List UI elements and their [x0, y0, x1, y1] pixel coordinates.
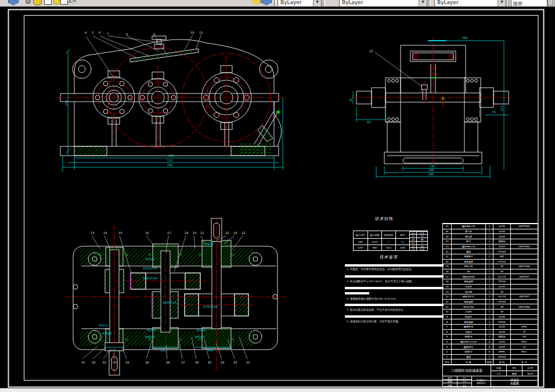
bom-qty: 2 — [485, 254, 493, 259]
bom-no: 17 — [443, 274, 451, 279]
color-combo-value: ByLayer — [342, 0, 363, 5]
chevron-down-icon[interactable]: ▼ — [419, 0, 427, 6]
bom-note — [510, 285, 538, 289]
bom-no: 26 — [443, 229, 451, 234]
bom-name: 键14×56 — [451, 304, 485, 309]
bom-material: 45 — [493, 304, 510, 309]
bom-material: Q235 — [493, 229, 510, 234]
bom-note: M12 — [510, 350, 538, 354]
bom-name: 轴承端盖 — [451, 279, 485, 284]
table-row: 1 箱座 1 HT200 — [443, 354, 538, 359]
table-row: 9 定距环 1 Q235 — [443, 314, 538, 319]
bom-note — [510, 249, 538, 254]
bom-qty: 1 — [485, 325, 493, 329]
tc-unit: kW — [354, 238, 367, 244]
color-combo[interactable]: ByLayer ▼ — [339, 0, 427, 7]
bom-note: GB/T297 — [510, 294, 538, 299]
linetype-combo[interactable]: ByLayer ▼ — [434, 0, 506, 7]
bom-no: 9 — [443, 315, 451, 319]
bom-qty: 1 — [485, 300, 493, 304]
chevron-down-icon[interactable]: ▼ — [313, 0, 321, 6]
bom-qty: 1 — [485, 260, 493, 264]
lineweight-field[interactable]: 随层 — [511, 0, 547, 7]
bom-note — [510, 300, 538, 304]
tb-cell: 审核 — [442, 383, 457, 387]
tc-r: 114 — [416, 247, 427, 250]
bom-no: 27 — [443, 224, 451, 229]
bom-name: 箱盖 — [451, 249, 485, 254]
tc-value: 16.4 — [381, 244, 395, 250]
bom-material: GCr15 — [493, 274, 510, 279]
bom-name: 轴承端盖 — [451, 260, 485, 264]
bom-no: 18 — [443, 269, 451, 274]
bom-material: 橡胶纸 — [493, 239, 510, 244]
bom-note — [510, 229, 538, 234]
lamp-icon[interactable] — [53, 0, 60, 5]
tech-characteristics-table: 输入功率 输入转速 总传动比 效率 kW r/min i η 4.57 960 … — [353, 231, 428, 251]
table-row: 10 大齿轮 1 45 — [443, 309, 538, 314]
layer-combo-value: ByLayer — [280, 0, 302, 5]
bom-note: HG — [510, 335, 538, 339]
bom-material: HT200 — [493, 260, 510, 264]
bom-no: 4 — [443, 340, 451, 344]
bom-name: 垫圈16 — [451, 335, 485, 339]
color-dot-icon[interactable] — [26, 0, 31, 4]
cad-app-window: 文A ByLayer ▼ ByLayer ▼ ByLayer ▼ 随层 — [0, 0, 555, 392]
bom-material: HT200 — [493, 300, 510, 304]
bom-name: 轴承端盖 — [451, 300, 485, 304]
bom-name: 齿轮轴 — [451, 289, 485, 294]
bom-name: 轴承端盖 — [451, 319, 485, 324]
bom-name: 大齿轮 — [451, 310, 485, 314]
bom-no: 12 — [443, 300, 451, 304]
bom-qty: 6 — [485, 350, 493, 354]
bom-material: Q235 — [493, 340, 510, 344]
bom-qty: 1 — [485, 315, 493, 319]
table-row: 16 轴承端盖 1 HT200 — [443, 279, 538, 284]
layer-combo[interactable]: ByLayer ▼ — [278, 0, 322, 7]
bom-material: 65Mn — [493, 350, 510, 354]
table-row: 7 螺塞M16 1 Q235 M16 — [443, 324, 538, 329]
tb-cell: 机械设计 课程设计 — [471, 376, 491, 387]
table-row: 6 油标尺 1 Q235 LP — [443, 329, 538, 335]
bom-no: 8 — [443, 319, 451, 324]
lineweight-button[interactable] — [547, 0, 553, 6]
bom-no: 序号 — [443, 359, 451, 364]
chevron-down-icon[interactable]: ▼ — [498, 0, 506, 6]
table-row: 2 垫圈12 6 65Mn M12 — [443, 349, 538, 354]
bom-name: 螺母M12 — [451, 344, 485, 349]
linetype-icon[interactable] — [44, 0, 52, 5]
bom-no: 22 — [443, 249, 451, 254]
layers-cube-icon[interactable] — [8, 0, 19, 5]
bom-qty: 2 — [485, 274, 493, 279]
make-layer-icon[interactable] — [251, 0, 261, 5]
text-style-icon[interactable]: 文A — [67, 0, 76, 5]
bom-name: 挡油环 — [451, 285, 485, 289]
bom-material: GCr15 — [493, 294, 510, 299]
bom-qty: 2 — [485, 285, 493, 289]
bom-name: 键8×50 — [451, 264, 485, 269]
brightness-icon[interactable] — [33, 0, 42, 5]
bom-note: 备 注 — [510, 359, 538, 364]
bom-qty: 2 — [485, 294, 493, 299]
tb-cell: ×× — [457, 383, 472, 387]
bom-no: 15 — [443, 285, 451, 289]
bom-note — [510, 254, 538, 259]
layer-prev-icon[interactable] — [261, 0, 272, 5]
bom-no: 3 — [443, 344, 451, 349]
bom-no: 23 — [443, 244, 451, 249]
bom-name: 轴承30208 — [451, 274, 485, 279]
bom-qty: 1 — [485, 279, 493, 284]
model-space[interactable]: 技术特性技术要求 1. 装配前，所有零件用煤油清洗，滚动轴承用汽油清洗。2. 啮… — [0, 6, 555, 389]
table-row: 22 箱盖 1 HT200 — [443, 249, 538, 254]
bom-note — [510, 239, 538, 244]
bom-name: 箱座 — [451, 355, 485, 359]
bom-note — [510, 289, 538, 294]
tc-header: 输入功率 — [354, 231, 367, 238]
title-block: 二级圆柱齿轮减速器 比例 M2 共1张 1:2 重量 第1张 设计 ×× 制图 … — [442, 365, 538, 387]
bom-note: GB/T1096 — [510, 304, 538, 309]
bom-name: 螺栓M12×120 — [451, 340, 485, 344]
table-row: 24 垫片 1 橡胶纸 — [443, 239, 538, 244]
bom-no: 14 — [443, 289, 451, 294]
lineweight-panel: 随层 — [509, 0, 555, 7]
bom-name: 轴承30211 — [451, 294, 485, 299]
